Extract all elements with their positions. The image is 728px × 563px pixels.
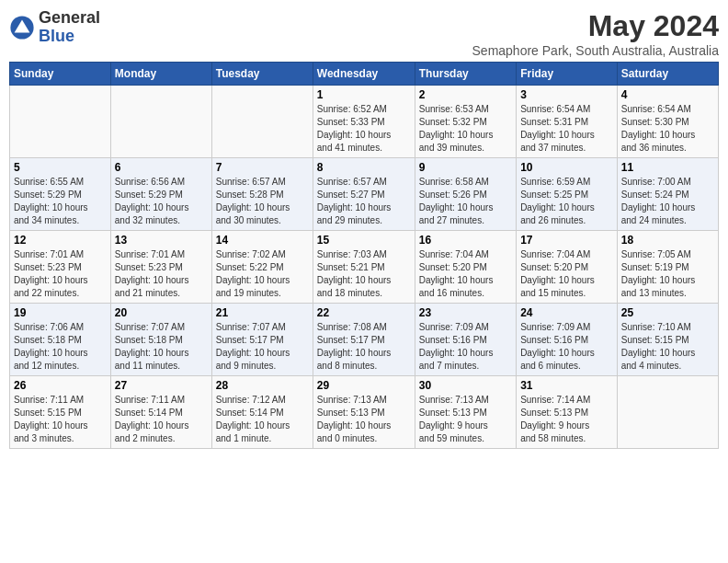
day-number: 29: [317, 379, 411, 392]
day-cell: 9Sunrise: 6:58 AM Sunset: 5:26 PM Daylig…: [415, 158, 516, 231]
day-number: 9: [419, 161, 512, 174]
day-cell: 23Sunrise: 7:09 AM Sunset: 5:16 PM Dayli…: [415, 304, 516, 376]
day-info: Sunrise: 7:13 AM Sunset: 5:13 PM Dayligh…: [317, 394, 411, 445]
day-number: 15: [317, 234, 411, 247]
day-number: 25: [621, 306, 714, 319]
main-title: May 2024: [472, 9, 719, 43]
logo-general: General: [39, 8, 100, 27]
day-info: Sunrise: 7:01 AM Sunset: 5:23 PM Dayligh…: [115, 248, 208, 300]
day-cell: 20Sunrise: 7:07 AM Sunset: 5:18 PM Dayli…: [110, 304, 211, 376]
day-number: 26: [14, 379, 107, 392]
subtitle: Semaphore Park, South Australia, Austral…: [472, 43, 719, 58]
column-header-thursday: Thursday: [415, 63, 516, 86]
day-number: 7: [216, 161, 309, 174]
day-info: Sunrise: 7:04 AM Sunset: 5:20 PM Dayligh…: [419, 248, 512, 300]
day-info: Sunrise: 7:11 AM Sunset: 5:15 PM Dayligh…: [14, 394, 107, 445]
week-row-2: 5Sunrise: 6:55 AM Sunset: 5:29 PM Daylig…: [10, 158, 719, 231]
day-info: Sunrise: 6:54 AM Sunset: 5:30 PM Dayligh…: [621, 103, 714, 155]
day-info: Sunrise: 6:57 AM Sunset: 5:28 PM Dayligh…: [216, 176, 309, 227]
day-number: 22: [317, 306, 411, 319]
logo: General Blue: [9, 9, 100, 46]
logo-text: General Blue: [39, 9, 100, 46]
day-number: 10: [520, 161, 613, 174]
day-cell: [110, 86, 211, 158]
week-row-1: 1Sunrise: 6:52 AM Sunset: 5:33 PM Daylig…: [10, 86, 719, 158]
day-cell: 6Sunrise: 6:56 AM Sunset: 5:29 PM Daylig…: [110, 158, 211, 231]
logo-blue: Blue: [39, 27, 74, 45]
day-cell: 28Sunrise: 7:12 AM Sunset: 5:14 PM Dayli…: [211, 376, 313, 449]
day-cell: 27Sunrise: 7:11 AM Sunset: 5:14 PM Dayli…: [110, 376, 211, 449]
day-info: Sunrise: 6:54 AM Sunset: 5:31 PM Dayligh…: [520, 103, 613, 155]
day-info: Sunrise: 7:11 AM Sunset: 5:14 PM Dayligh…: [115, 394, 208, 445]
day-cell: [10, 86, 111, 158]
day-number: 13: [115, 234, 208, 247]
day-number: 11: [621, 161, 714, 174]
day-number: 20: [115, 306, 208, 319]
day-info: Sunrise: 7:07 AM Sunset: 5:18 PM Dayligh…: [115, 321, 208, 373]
day-info: Sunrise: 7:00 AM Sunset: 5:24 PM Dayligh…: [621, 176, 714, 227]
day-number: 12: [14, 234, 107, 247]
day-number: 17: [520, 234, 613, 247]
column-header-friday: Friday: [517, 63, 618, 86]
day-info: Sunrise: 7:04 AM Sunset: 5:20 PM Dayligh…: [520, 248, 613, 300]
day-cell: 30Sunrise: 7:13 AM Sunset: 5:13 PM Dayli…: [415, 376, 516, 449]
day-number: 1: [317, 88, 411, 101]
day-cell: 15Sunrise: 7:03 AM Sunset: 5:21 PM Dayli…: [313, 231, 415, 304]
day-number: 4: [621, 88, 714, 101]
day-info: Sunrise: 7:09 AM Sunset: 5:16 PM Dayligh…: [419, 321, 512, 373]
day-info: Sunrise: 7:10 AM Sunset: 5:15 PM Dayligh…: [621, 321, 714, 373]
day-number: 30: [419, 379, 512, 392]
day-cell: 10Sunrise: 6:59 AM Sunset: 5:25 PM Dayli…: [517, 158, 618, 231]
day-cell: 16Sunrise: 7:04 AM Sunset: 5:20 PM Dayli…: [415, 231, 516, 304]
day-number: 28: [216, 379, 309, 392]
day-cell: 26Sunrise: 7:11 AM Sunset: 5:15 PM Dayli…: [10, 376, 111, 449]
day-cell: 31Sunrise: 7:14 AM Sunset: 5:13 PM Dayli…: [517, 376, 618, 449]
day-cell: 7Sunrise: 6:57 AM Sunset: 5:28 PM Daylig…: [211, 158, 313, 231]
day-info: Sunrise: 7:08 AM Sunset: 5:17 PM Dayligh…: [317, 321, 411, 373]
day-cell: [211, 86, 313, 158]
day-info: Sunrise: 6:59 AM Sunset: 5:25 PM Dayligh…: [520, 176, 613, 227]
column-header-sunday: Sunday: [10, 63, 111, 86]
day-cell: 25Sunrise: 7:10 AM Sunset: 5:15 PM Dayli…: [617, 304, 718, 376]
day-cell: 21Sunrise: 7:07 AM Sunset: 5:17 PM Dayli…: [211, 304, 313, 376]
day-number: 8: [317, 161, 411, 174]
header-row: SundayMondayTuesdayWednesdayThursdayFrid…: [10, 63, 719, 86]
day-cell: 5Sunrise: 6:55 AM Sunset: 5:29 PM Daylig…: [10, 158, 111, 231]
day-info: Sunrise: 7:05 AM Sunset: 5:19 PM Dayligh…: [621, 248, 714, 300]
day-info: Sunrise: 7:01 AM Sunset: 5:23 PM Dayligh…: [14, 248, 107, 300]
day-info: Sunrise: 6:55 AM Sunset: 5:29 PM Dayligh…: [14, 176, 107, 227]
day-info: Sunrise: 7:02 AM Sunset: 5:22 PM Dayligh…: [216, 248, 309, 300]
day-number: 2: [419, 88, 512, 101]
day-info: Sunrise: 6:57 AM Sunset: 5:27 PM Dayligh…: [317, 176, 411, 227]
week-row-3: 12Sunrise: 7:01 AM Sunset: 5:23 PM Dayli…: [10, 231, 719, 304]
day-cell: 12Sunrise: 7:01 AM Sunset: 5:23 PM Dayli…: [10, 231, 111, 304]
day-cell: 11Sunrise: 7:00 AM Sunset: 5:24 PM Dayli…: [617, 158, 718, 231]
day-cell: 22Sunrise: 7:08 AM Sunset: 5:17 PM Dayli…: [313, 304, 415, 376]
day-cell: 1Sunrise: 6:52 AM Sunset: 5:33 PM Daylig…: [313, 86, 415, 158]
day-number: 31: [520, 379, 613, 392]
title-block: May 2024 Semaphore Park, South Australia…: [472, 9, 719, 58]
day-info: Sunrise: 6:58 AM Sunset: 5:26 PM Dayligh…: [419, 176, 512, 227]
day-info: Sunrise: 7:13 AM Sunset: 5:13 PM Dayligh…: [419, 394, 512, 445]
day-number: 24: [520, 306, 613, 319]
day-info: Sunrise: 7:06 AM Sunset: 5:18 PM Dayligh…: [14, 321, 107, 373]
day-info: Sunrise: 7:03 AM Sunset: 5:21 PM Dayligh…: [317, 248, 411, 300]
day-info: Sunrise: 7:07 AM Sunset: 5:17 PM Dayligh…: [216, 321, 309, 373]
day-cell: 18Sunrise: 7:05 AM Sunset: 5:19 PM Dayli…: [617, 231, 718, 304]
day-number: 16: [419, 234, 512, 247]
day-cell: 13Sunrise: 7:01 AM Sunset: 5:23 PM Dayli…: [110, 231, 211, 304]
page-header: General Blue May 2024 Semaphore Park, So…: [9, 9, 719, 58]
column-header-monday: Monday: [110, 63, 211, 86]
day-cell: 3Sunrise: 6:54 AM Sunset: 5:31 PM Daylig…: [517, 86, 618, 158]
day-number: 18: [621, 234, 714, 247]
day-info: Sunrise: 6:56 AM Sunset: 5:29 PM Dayligh…: [115, 176, 208, 227]
logo-icon: [9, 15, 35, 40]
day-info: Sunrise: 7:12 AM Sunset: 5:14 PM Dayligh…: [216, 394, 309, 445]
day-cell: 17Sunrise: 7:04 AM Sunset: 5:20 PM Dayli…: [517, 231, 618, 304]
week-row-5: 26Sunrise: 7:11 AM Sunset: 5:15 PM Dayli…: [10, 376, 719, 449]
day-info: Sunrise: 6:52 AM Sunset: 5:33 PM Dayligh…: [317, 103, 411, 155]
day-number: 23: [419, 306, 512, 319]
day-cell: 8Sunrise: 6:57 AM Sunset: 5:27 PM Daylig…: [313, 158, 415, 231]
calendar-table: SundayMondayTuesdayWednesdayThursdayFrid…: [9, 62, 719, 449]
day-cell: 2Sunrise: 6:53 AM Sunset: 5:32 PM Daylig…: [415, 86, 516, 158]
